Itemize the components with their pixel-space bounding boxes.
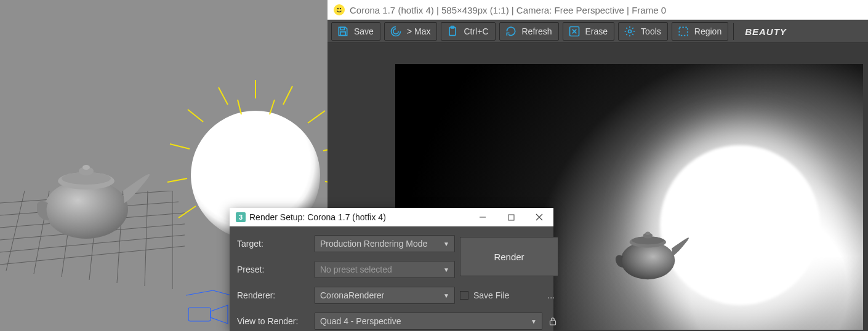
svg-rect-37 <box>340 32 345 36</box>
region-label: Region <box>693 26 723 36</box>
svg-line-20 <box>308 111 325 123</box>
render-teapot <box>614 217 694 284</box>
preset-value: No preset selected <box>320 265 392 274</box>
frame-buffer-toolbar: Save > Max Ctrl+C Refresh Erase Tools Re… <box>328 20 868 43</box>
smiley-icon <box>334 4 345 15</box>
save-label: Save <box>353 26 375 36</box>
svg-line-6 <box>6 191 25 271</box>
svg-rect-50 <box>550 321 556 325</box>
frame-buffer-title: Corona 1.7 (hotfix 4) | 585×439px (1:1) … <box>350 5 666 15</box>
chevron-down-icon: ▼ <box>443 292 449 299</box>
preset-label: Preset: <box>237 265 310 274</box>
chevron-down-icon: ▼ <box>531 318 537 325</box>
svg-rect-36 <box>340 27 345 30</box>
svg-rect-31 <box>188 308 211 321</box>
render-setup-dialog[interactable]: 3 Render Setup: Corona 1.7 (hotfix 4) Ta… <box>230 208 553 331</box>
region-button[interactable]: Region <box>672 22 728 41</box>
save-file-checkbox[interactable]: Save File <box>460 290 509 300</box>
region-icon <box>677 25 689 38</box>
tools-label: Tools <box>640 26 662 36</box>
svg-line-29 <box>238 100 241 114</box>
dialog-titlebar[interactable]: 3 Render Setup: Corona 1.7 (hotfix 4) <box>230 208 553 226</box>
save-icon <box>337 25 349 38</box>
renderer-value: CoronaRenderer <box>320 290 384 300</box>
toolbar-divider <box>733 23 734 40</box>
chevron-down-icon: ▼ <box>443 266 449 273</box>
erase-button[interactable]: Erase <box>563 22 615 41</box>
to-max-button[interactable]: > Max <box>384 22 438 41</box>
renderer-dropdown[interactable]: CoronaRenderer ▼ <box>315 287 455 304</box>
copy-button[interactable]: Ctrl+C <box>441 22 495 41</box>
render-pass-label[interactable]: BEAUTY <box>739 26 793 37</box>
svg-line-19 <box>283 86 292 105</box>
app-icon: 3 <box>236 212 246 222</box>
tools-button[interactable]: Tools <box>618 22 668 41</box>
chevron-down-icon: ▼ <box>443 241 449 247</box>
checkbox-icon <box>460 291 468 300</box>
gear-icon <box>624 25 636 38</box>
close-icon <box>536 213 543 221</box>
svg-line-30 <box>270 100 275 114</box>
svg-point-34 <box>337 8 339 9</box>
maximize-icon <box>508 214 515 221</box>
lock-icon[interactable] <box>547 316 558 327</box>
frame-buffer-titlebar[interactable]: Corona 1.7 (hotfix 4) | 585×439px (1:1) … <box>328 0 868 20</box>
minimize-button[interactable] <box>468 208 497 226</box>
svg-line-28 <box>179 206 196 218</box>
close-button[interactable] <box>525 208 553 226</box>
svg-line-32 <box>186 290 213 295</box>
renderer-label: Renderer: <box>237 290 310 300</box>
view-value: Quad 4 - Perspective <box>320 316 401 326</box>
svg-line-26 <box>170 144 190 149</box>
save-button[interactable]: Save <box>331 22 380 41</box>
svg-line-25 <box>188 110 203 122</box>
svg-point-47 <box>645 232 650 235</box>
refresh-icon <box>505 25 517 38</box>
target-dropdown[interactable]: Production Rendering Mode ▼ <box>315 235 455 252</box>
target-value: Production Rendering Mode <box>320 239 427 249</box>
refresh-label: Refresh <box>521 26 553 36</box>
dialog-title: Render Setup: Corona 1.7 (hotfix 4) <box>249 212 386 222</box>
svg-point-17 <box>82 165 90 170</box>
erase-label: Erase <box>584 26 609 36</box>
clipboard-icon <box>446 25 459 38</box>
teapot-model[interactable] <box>37 142 154 246</box>
render-button-label: Render <box>494 252 524 262</box>
svg-line-27 <box>167 178 187 182</box>
view-label: View to Render: <box>237 316 310 326</box>
svg-point-41 <box>629 30 632 33</box>
svg-point-35 <box>340 8 341 9</box>
to-max-label: > Max <box>406 26 432 36</box>
svg-rect-42 <box>679 27 687 35</box>
render-button[interactable]: Render <box>460 237 558 276</box>
save-file-label: Save File <box>473 290 509 300</box>
dialog-body: Target: Production Rendering Mode ▼ Rend… <box>230 226 553 331</box>
swirl-icon <box>390 25 402 38</box>
x-square-icon <box>568 25 581 38</box>
save-file-browse-button[interactable]: ... <box>547 290 558 300</box>
svg-rect-49 <box>508 215 514 220</box>
svg-line-24 <box>219 87 228 105</box>
minimize-icon <box>479 213 486 221</box>
copy-label: Ctrl+C <box>462 26 489 36</box>
view-dropdown[interactable]: Quad 4 - Perspective ▼ <box>315 313 542 330</box>
preset-dropdown[interactable]: No preset selected ▼ <box>315 261 455 278</box>
refresh-button[interactable]: Refresh <box>499 22 559 41</box>
target-label: Target: <box>237 239 310 249</box>
maximize-button[interactable] <box>497 208 525 226</box>
